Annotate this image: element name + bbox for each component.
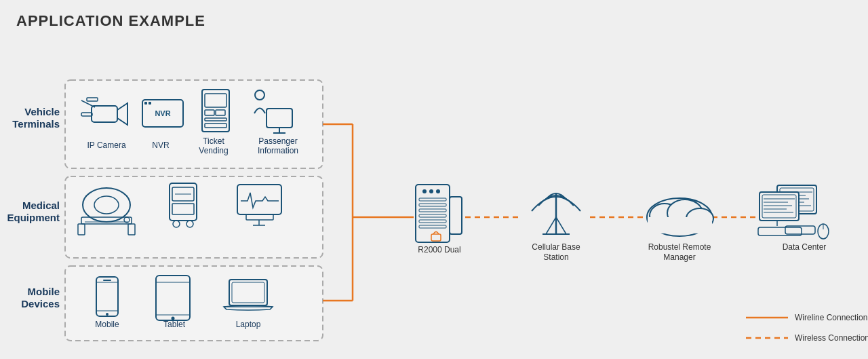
- svg-text:Station: Station: [543, 252, 568, 262]
- diagram-svg: Vehicle Terminals Medical Equipment Mobi…: [0, 34, 868, 359]
- svg-text:Wireline Connection: Wireline Connection: [795, 313, 867, 322]
- svg-rect-36: [81, 217, 132, 224]
- svg-text:Robustel Remote: Robustel Remote: [648, 242, 711, 252]
- svg-rect-63: [232, 282, 264, 303]
- svg-point-94: [650, 204, 679, 228]
- svg-rect-47: [237, 185, 281, 214]
- svg-rect-117: [785, 226, 815, 234]
- svg-rect-24: [205, 118, 226, 121]
- svg-rect-71: [450, 197, 462, 234]
- svg-rect-44: [172, 204, 194, 214]
- svg-rect-80: [419, 225, 446, 228]
- svg-point-93: [647, 198, 712, 236]
- svg-rect-21: [205, 94, 226, 107]
- svg-point-60: [172, 317, 175, 320]
- svg-marker-10: [117, 103, 127, 125]
- svg-rect-101: [780, 188, 814, 211]
- svg-text:Vehicle: Vehicle: [24, 106, 60, 117]
- svg-text:Wireless Connection: Wireless Connection: [795, 333, 868, 343]
- svg-text:R2000 Dual: R2000 Dual: [418, 245, 460, 254]
- svg-rect-28: [267, 109, 292, 128]
- svg-point-74: [436, 189, 440, 193]
- svg-rect-57: [156, 276, 190, 320]
- svg-rect-77: [419, 209, 446, 212]
- svg-point-38: [124, 217, 130, 223]
- svg-rect-116: [758, 227, 802, 235]
- svg-text:Mobile: Mobile: [95, 320, 119, 329]
- svg-rect-79: [419, 220, 446, 223]
- svg-text:NVR: NVR: [155, 109, 170, 117]
- page: APPLICATION EXAMPLE Vehicle Terminals Me…: [0, 0, 868, 359]
- svg-rect-40: [128, 224, 135, 235]
- svg-text:Mobile: Mobile: [28, 286, 60, 297]
- svg-line-89: [546, 217, 556, 234]
- svg-rect-7: [65, 176, 323, 258]
- svg-text:Vending: Vending: [199, 146, 228, 155]
- svg-line-90: [556, 217, 566, 234]
- svg-text:Terminals: Terminals: [12, 118, 60, 130]
- svg-text:Laptop: Laptop: [236, 320, 261, 329]
- svg-rect-13: [87, 98, 98, 101]
- svg-rect-25: [205, 124, 226, 128]
- svg-rect-108: [760, 192, 799, 221]
- svg-text:Information: Information: [258, 146, 298, 155]
- svg-text:Tablet: Tablet: [163, 320, 186, 329]
- svg-rect-39: [78, 224, 85, 235]
- svg-rect-51: [96, 277, 118, 316]
- svg-rect-17: [144, 102, 147, 105]
- svg-rect-109: [762, 195, 796, 218]
- svg-point-96: [686, 208, 713, 229]
- svg-rect-8: [65, 266, 323, 341]
- svg-rect-48: [246, 214, 273, 220]
- svg-point-34: [83, 188, 130, 222]
- svg-point-45: [173, 221, 180, 227]
- svg-rect-9: [92, 106, 117, 122]
- svg-line-12: [81, 100, 95, 107]
- svg-text:Devices: Devices: [21, 298, 60, 309]
- svg-rect-75: [419, 198, 446, 201]
- svg-point-95: [667, 200, 703, 227]
- svg-point-35: [94, 196, 119, 214]
- svg-rect-22: [205, 110, 214, 115]
- svg-rect-55: [103, 280, 111, 281]
- svg-text:Ticket: Ticket: [203, 136, 224, 146]
- svg-point-73: [429, 189, 433, 193]
- svg-text:Data Center: Data Center: [783, 242, 827, 252]
- svg-text:Medical: Medical: [22, 200, 60, 211]
- svg-text:Equipment: Equipment: [7, 212, 60, 223]
- svg-rect-70: [416, 185, 450, 242]
- page-title: APPLICATION EXAMPLE: [16, 12, 852, 30]
- svg-point-46: [186, 221, 193, 227]
- svg-rect-42: [172, 187, 194, 201]
- svg-point-72: [422, 189, 427, 193]
- svg-text:Passenger: Passenger: [258, 136, 297, 146]
- svg-rect-100: [777, 185, 816, 214]
- svg-rect-76: [419, 204, 446, 206]
- svg-rect-78: [419, 214, 446, 217]
- svg-text:NVR: NVR: [152, 140, 170, 150]
- svg-text:Cellular Base: Cellular Base: [532, 242, 580, 252]
- svg-rect-97: [648, 217, 712, 233]
- svg-rect-18: [149, 102, 151, 105]
- svg-rect-11: [81, 113, 92, 116]
- svg-point-118: [818, 224, 829, 239]
- svg-rect-20: [202, 90, 229, 132]
- svg-rect-81: [431, 234, 441, 241]
- svg-text:IP Camera: IP Camera: [87, 140, 125, 150]
- svg-rect-62: [229, 280, 267, 305]
- svg-text:Manager: Manager: [663, 252, 695, 262]
- svg-point-54: [106, 313, 108, 316]
- svg-rect-15: [142, 100, 183, 127]
- svg-rect-6: [65, 80, 323, 168]
- svg-rect-23: [216, 110, 225, 115]
- svg-rect-41: [170, 183, 197, 221]
- svg-point-31: [255, 90, 264, 100]
